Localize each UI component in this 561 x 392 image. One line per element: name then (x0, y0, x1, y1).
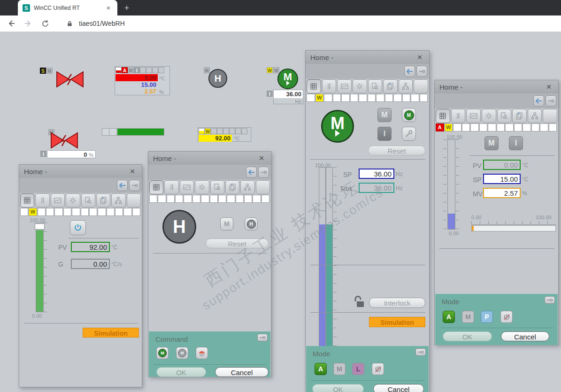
toolbar-faceplate-button[interactable] (512, 109, 527, 123)
command-motor-on-button[interactable]: M (156, 347, 169, 359)
toolbar-grid-button[interactable] (149, 180, 163, 194)
gauge-slider-handle[interactable] (35, 223, 45, 230)
toolbar-grid-button[interactable] (20, 193, 34, 208)
toolbar-diagnostics-button[interactable] (368, 79, 383, 93)
motor-m-mini-icon: M (404, 110, 414, 120)
title-bar[interactable]: Home - × (19, 165, 142, 178)
simulation-button[interactable]: Simulation (369, 317, 425, 327)
pin-button[interactable] (257, 334, 268, 341)
command-motor-off-button[interactable]: H (176, 347, 188, 359)
toolbar-grid-button[interactable] (436, 109, 450, 123)
reload-icon[interactable] (39, 18, 51, 29)
toolbar-settings-button[interactable] (353, 79, 367, 93)
sp-field[interactable]: 36.00 (359, 169, 394, 179)
tab-close-icon[interactable]: × (104, 4, 113, 12)
motor-m-icon[interactable]: M (277, 69, 298, 89)
mode-auto-button[interactable]: A (443, 311, 455, 323)
back-icon[interactable] (6, 18, 17, 29)
sp-field[interactable]: 15.00 (483, 174, 521, 184)
mode-local-button[interactable]: L (352, 363, 364, 375)
toolbar-diagnostics-button[interactable] (497, 109, 512, 123)
toolbar-diagnostics-button[interactable] (81, 193, 95, 208)
status-badge-s: S (40, 68, 46, 74)
url-text[interactable]: tiaes01/WebRH (79, 20, 125, 27)
toolbar-limits-button[interactable] (322, 79, 337, 93)
back-button[interactable] (117, 180, 128, 191)
wrench-icon (405, 130, 413, 138)
motor-command-button[interactable]: H (245, 217, 258, 231)
pin-button[interactable] (258, 167, 269, 178)
ok-button[interactable]: OK (312, 384, 364, 392)
toolbar-settings-button[interactable] (195, 180, 209, 194)
toolbar-hierarchy-button[interactable] (528, 109, 542, 123)
interlock-button-small[interactable]: I (377, 127, 392, 141)
mode-out-of-service-button[interactable] (500, 311, 513, 323)
toolbar-faceplate-button[interactable] (96, 193, 110, 208)
toolbar-limits-button[interactable] (164, 180, 178, 194)
manual-mode-button[interactable]: M (220, 217, 233, 231)
new-tab-button[interactable]: + (121, 2, 132, 14)
toolbar-limits-button[interactable] (451, 109, 466, 123)
pin-button[interactable] (415, 348, 426, 356)
cancel-button[interactable]: Cancel (215, 367, 269, 377)
manual-mode-button[interactable]: M (377, 108, 392, 122)
mv-field[interactable]: 2.57 (483, 188, 521, 198)
browser-tab[interactable]: S WinCC Unified RT × (18, 0, 117, 15)
toolbar-faceplate-button[interactable] (383, 79, 398, 93)
toolbar-settings-button[interactable] (482, 109, 496, 123)
back-button[interactable] (533, 95, 544, 107)
back-button[interactable] (404, 66, 415, 77)
ok-button[interactable]: OK (443, 331, 492, 341)
simulation-button[interactable]: Simulation (83, 328, 139, 338)
back-button[interactable] (246, 167, 257, 178)
motor-h-icon[interactable]: H (208, 69, 227, 88)
toolbar-diagnostics-button[interactable] (210, 180, 224, 194)
mode-auto-button[interactable]: A (315, 363, 327, 375)
close-icon[interactable]: × (257, 153, 266, 163)
ok-button[interactable]: OK (156, 367, 206, 377)
power-button[interactable] (70, 220, 86, 235)
alarm-split-icon (115, 67, 122, 73)
mode-manual-button[interactable]: M (462, 311, 474, 323)
title-bar[interactable]: Home - × (306, 51, 429, 64)
pin-button[interactable] (545, 296, 555, 304)
valve-icon[interactable] (51, 131, 78, 151)
pin-button[interactable] (129, 180, 140, 191)
manual-mode-button[interactable]: M (484, 136, 499, 150)
maintenance-button[interactable] (402, 127, 416, 141)
toolbar-limits-button[interactable] (35, 193, 49, 208)
reset-button[interactable]: Reset (368, 146, 425, 155)
toolbar-trend-button[interactable] (466, 109, 481, 123)
pin-button[interactable] (416, 66, 427, 77)
toolbar-hierarchy-button[interactable] (111, 193, 125, 208)
forward-icon[interactable] (23, 18, 34, 29)
interlock-button[interactable]: Interlock (369, 298, 425, 308)
toolbar-trend-button[interactable] (337, 79, 352, 93)
pin-button[interactable] (546, 95, 556, 107)
reset-button[interactable]: Reset (206, 238, 269, 248)
close-icon[interactable]: × (128, 166, 137, 177)
title-bar[interactable]: Home - × (435, 80, 558, 93)
mode-program-button[interactable]: P (481, 311, 493, 323)
toolbar-faceplate-button[interactable] (225, 180, 239, 194)
command-stop-button[interactable] (196, 347, 208, 359)
toolbar-trend-button[interactable] (51, 193, 65, 208)
title-bar[interactable]: Home - × (148, 152, 271, 165)
toolbar-hierarchy-button[interactable] (240, 180, 254, 194)
valve-icon[interactable] (56, 70, 84, 90)
interlock-button-small[interactable]: I (509, 136, 523, 150)
lock-icon[interactable] (64, 18, 75, 29)
toolbar-trend-button[interactable] (180, 180, 194, 194)
close-icon[interactable]: × (415, 52, 424, 62)
motor-start-button[interactable]: M (402, 108, 416, 122)
toolbar-hierarchy-button[interactable] (399, 79, 413, 93)
cancel-button[interactable]: Cancel (501, 331, 549, 341)
mode-out-of-service-button[interactable] (372, 363, 384, 375)
close-icon[interactable]: × (544, 82, 553, 92)
toolbar-settings-button[interactable] (66, 193, 80, 208)
toolbar-grid-button[interactable] (307, 79, 321, 93)
cancel-button[interactable]: Cancel (373, 384, 424, 392)
mode-manual-button[interactable]: M (333, 363, 346, 375)
status-cell (549, 123, 557, 131)
faceplate-toolbar (149, 180, 270, 195)
